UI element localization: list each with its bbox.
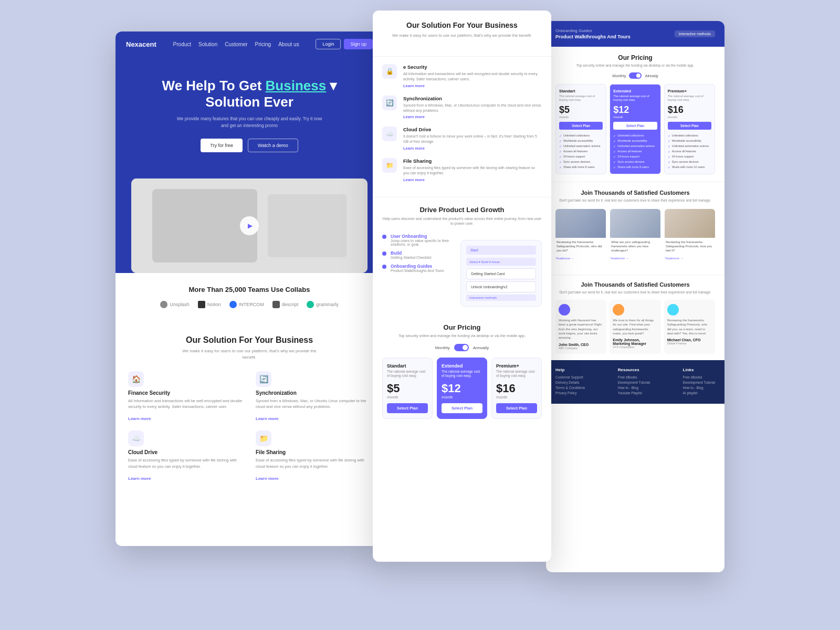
r-premium-btn[interactable]: Select Plan [668,122,711,130]
step-desc-3: Product Walkthroughs And Tours [391,269,444,272]
r-extended-btn[interactable]: Select Plan [613,122,657,130]
r-pre-feat-1: Unlimited collections [668,133,711,138]
r-standard-price: $5 [559,104,603,116]
watch-demo-button[interactable]: Watch a demo [248,139,298,152]
mid-features: 🔒 e Security All Information and transac… [373,57,551,196]
r-standard-btn[interactable]: Select Plan [559,122,603,130]
r-premium-period: /month [668,116,711,119]
test-name-2: Emily Johnson, Marketing Manager [613,338,657,345]
file-icon: 📁 [256,430,271,446]
finance-title: Finance Security [128,390,243,396]
footer-lnk-4[interactable]: AI playlist [683,391,715,395]
mockup-card1: Getting Started Card [466,268,536,279]
footer-lnk-3[interactable]: How to - Blog [683,386,715,390]
footer-help-3[interactable]: Terms & Conditions [555,386,585,390]
mid-feature-security: 🔒 e Security All Information and transac… [382,64,542,88]
sync-desc: Synced from a Windows, Mac, or Ubuntu Li… [256,398,371,410]
blog-readmore-2[interactable]: Readmore → [610,257,660,260]
nav-product[interactable]: Product [173,41,191,47]
try-free-button[interactable]: Try for free [201,139,243,152]
signup-button[interactable]: Sign up [344,39,373,49]
login-button[interactable]: Login [316,39,341,49]
mid-cloud-info: Cloud Drive It doesn't cost a fortune to… [403,127,542,151]
r-extended-period: /month [613,116,657,119]
drive-section: Drive Product Led Growth Help users disc… [373,197,551,316]
blog-readmore-1[interactable]: Readmore → [555,257,606,260]
extended-name: Extended [442,363,482,369]
right-top-content: Onboarding Guides Product Walkthroughs A… [555,28,631,39]
standard-btn[interactable]: Select Plan [387,403,428,413]
test-text-2: We trust to them for all things for our … [613,318,657,336]
right-pricing-cards: Standart The rational average cost of bu… [555,84,715,174]
footer-lnk-2[interactable]: Development Tutorial [683,381,715,384]
blog-card-2: What are your safeguarding frameworks wh… [610,209,660,259]
right-pricing-sub: Top security online and manage the fundi… [555,64,715,67]
right-pricing-title: Our Pricing [555,54,715,61]
step-desc-2: Getting Started Checklist [391,256,431,259]
footer-res-4[interactable]: Youtube Playlist [618,391,650,395]
play-button[interactable] [240,216,259,235]
r-std-feat-7: Share with more 8 users [559,164,603,170]
footer-help-4[interactable]: Privacy Policy [555,391,585,395]
features-grid: 🏠 Finance Security All Information and t… [126,371,373,482]
test-card-3: Reviewing the frameworks Safeguarding Pr… [664,300,715,354]
cloud-learn-more[interactable]: Learn more [128,476,151,481]
hero-title: We Help To Get Business ▾ Solution Ever [126,78,373,110]
r-ext-feat-6: Sync access devices [613,159,657,164]
pricing-cards: Standart The rational average cost of bu… [382,358,542,419]
nav-about[interactable]: About us [278,41,299,47]
teams-title: More Than 25,000 Teams Use Collabs [126,286,373,293]
footer-res-1[interactable]: Free eBooks [618,375,650,379]
footer-res-2[interactable]: Development Tutorial [618,381,650,384]
r-toggle-annually: Already [645,74,658,78]
toggle-switch[interactable] [454,344,469,351]
blog-readmore-3[interactable]: Readmore → [665,257,715,260]
footer-lnk-1[interactable]: Free eBooks [683,375,715,379]
mid-sync-link[interactable]: Learn more [403,114,542,119]
finance-icon: 🏠 [128,371,144,387]
step-guides: Onboarding Guides Product Walkthroughs A… [382,264,452,272]
file-learn-more[interactable]: Learn more [256,476,279,481]
drive-sub: Help users discover and understand the p… [382,216,542,227]
navbar: Nexacent Product Solution Customer Prici… [116,32,383,57]
right-toggle: Monthly Already [555,72,715,79]
footer-res-3[interactable]: How to - Blog [618,386,650,390]
logo-grammarly-label: grammarly [316,302,339,307]
card-right: Onboarding Guides Product Walkthroughs A… [546,21,724,572]
r-toggle-switch[interactable] [629,72,642,79]
step-onboarding: User Onboarding Jump users to value spec… [382,234,452,246]
mid-cloud-link[interactable]: Learn more [403,146,542,151]
nav-customer[interactable]: Customer [225,41,247,47]
mid-cloud-desc: It doesn't cost a fortune to move your w… [403,134,542,144]
footer-help-1[interactable]: Customer Support [555,375,585,379]
teams-section: More Than 25,000 Teams Use Collabs Unspl… [116,273,383,321]
step-dot-2 [382,251,386,256]
nav-logo: Nexacent [126,40,156,48]
premium-name: Premium+ [496,363,537,369]
r-std-feat-2: Worldwide accessibility [559,138,603,143]
nav-pricing[interactable]: Pricing [255,41,271,47]
footer-help-2[interactable]: Delivery Details [555,381,585,384]
r-ext-feat-3: Unlimited automation actions [613,143,657,149]
test-role-3: Global Finance [667,342,712,345]
finance-learn-more[interactable]: Learn more [128,416,151,421]
test-name-1: John Smith, CEO [559,343,603,346]
step-dot-3 [382,265,386,269]
r-pre-feat-5: 24-hours support [668,154,711,159]
cloud-title: Cloud Drive [128,449,243,455]
mid-security-link[interactable]: Learn more [403,83,542,88]
mid-file-link[interactable]: Learn more [403,177,542,182]
nav-solution[interactable]: Solution [198,41,217,47]
cloud-desc: Ease of accessing files typed by someone… [128,457,243,469]
right-pricing-section: Our Pricing Top security online and mana… [546,47,724,182]
mid-solution-title: Our Solution For Your Business [382,21,542,29]
mid-file-desc: Ease of accessing files typed by someone… [403,165,542,176]
sync-learn-more[interactable]: Learn more [256,416,279,421]
avatar-1 [559,304,570,316]
extended-btn[interactable]: Select Plan [442,403,482,413]
hero-highlight: Business [266,78,327,93]
plan-standard: Standart The rational average cost of bu… [382,358,433,419]
premium-btn[interactable]: Select Plan [496,403,537,413]
r-toggle-monthly: Monthly [612,74,626,78]
step-dot-1 [382,235,386,239]
